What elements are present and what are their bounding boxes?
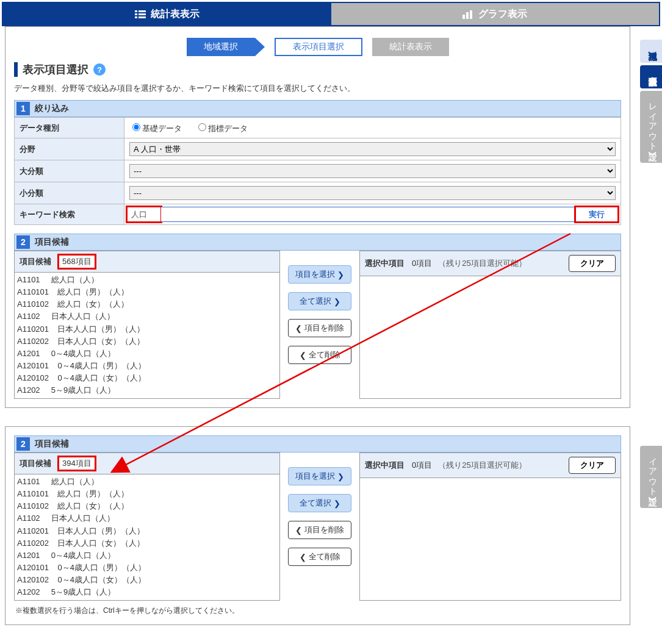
list-item[interactable]: A1201 0～4歳人口（人） (17, 549, 277, 562)
chevron-left-icon: ❮ (649, 76, 657, 82)
keyword-input[interactable] (127, 207, 161, 222)
block-filter: 1 絞り込み データ種別 基礎データ 指標データ 分野 A 人口・世帯 (14, 100, 621, 225)
keyword-input-ext[interactable] (161, 207, 575, 222)
cat2-select[interactable]: --- (129, 186, 616, 200)
tab-graph[interactable]: グラフ表示 (331, 3, 660, 25)
list-item[interactable]: A1102 日本人人口（人） (17, 310, 277, 323)
remove-item-button-2[interactable]: ❮項目を削除 (288, 521, 351, 539)
selected-count-2: 0項目 (412, 460, 432, 471)
chevron-right-icon: ❯ (337, 472, 344, 481)
chevron-right-icon: ❯ (649, 51, 657, 57)
select-all-button[interactable]: 全て選択❯ (288, 292, 351, 310)
chevron-right-icon: ❯ (337, 270, 344, 279)
chevron-left-icon: ❮ (295, 526, 302, 535)
tab-stat-table[interactable]: 統計表表示 (3, 3, 331, 25)
chart-icon (462, 9, 473, 20)
selected-listbox[interactable] (360, 276, 621, 398)
svg-rect-5 (139, 16, 146, 18)
radio-basic[interactable]: 基礎データ (129, 124, 182, 133)
list-item[interactable]: A110202 日本人人口（女）（人） (17, 335, 277, 348)
step-stat[interactable]: 統計表表示 (372, 38, 449, 56)
clear-button-2[interactable]: クリア (569, 457, 616, 474)
panel-result: 2 項目候補 項目候補 394項目 A1101 総人口（人）A110101 総人… (5, 426, 630, 625)
chevron-left-icon: ❮ (300, 351, 306, 360)
dtype-radio-group: 基礎データ 指標データ (129, 124, 259, 133)
list-item[interactable]: A110102 総人口（女）（人） (17, 500, 277, 512)
clear-button[interactable]: クリア (569, 255, 616, 272)
select-item-button-2[interactable]: 項目を選択❯ (288, 467, 351, 485)
list-item[interactable]: A110101 総人口（男）（人） (17, 488, 277, 500)
step-breadcrumb: 地域選択 表示項目選択 統計表表示 (14, 38, 621, 56)
candidates-left: 項目候補 568項目 A1101 総人口（人）A110101 総人口（男）（人）… (14, 251, 280, 399)
svg-rect-1 (139, 10, 146, 12)
block-candidates: 2 項目候補 項目候補 568項目 A1101 総人口（人）A110101 総人… (14, 234, 621, 399)
side-tab-layout-2[interactable]: イアウト設定 ❯ (640, 446, 662, 508)
side-tabs-2: イアウト設定 ❯ (640, 446, 662, 508)
transfer-buttons-2: 項目を選択❯ 全て選択❯ ❮項目を削除 ❮全て削除 (286, 453, 353, 601)
candidates-listbox[interactable]: A1101 総人口（人）A110101 総人口（男）（人）A110102 総人口… (15, 273, 279, 395)
field-label: 分野 (15, 138, 124, 160)
selected-note-2: （残り25項目選択可能） (438, 460, 526, 471)
list-item[interactable]: A110101 総人口（男）（人） (17, 286, 277, 298)
select-item-button[interactable]: 項目を選択❯ (288, 265, 351, 284)
step-region[interactable]: 地域選択 (187, 38, 255, 56)
candidates-listbox-2[interactable]: A1101 総人口（人）A110101 総人口（男）（人）A110102 総人口… (15, 474, 279, 596)
selected-head: 選択中項目 0項目 （残り25項目選択可能） クリア (360, 251, 621, 276)
list-item[interactable]: A1102 日本人人口（人） (17, 512, 277, 524)
list-item[interactable]: A1101 総人口（人） (17, 476, 277, 488)
list-item[interactable]: A110202 日本人人口（女）（人） (17, 537, 277, 549)
list-item[interactable]: A110201 日本人人口（男）（人） (17, 525, 277, 537)
svg-rect-0 (135, 10, 137, 12)
selected-listbox-2[interactable] (360, 478, 621, 600)
cand-count-394: 394項目 (59, 457, 95, 470)
list-item[interactable]: A120101 0～4歳人口（男）（人） (17, 562, 277, 574)
svg-rect-8 (470, 10, 472, 19)
help-icon[interactable]: ? (93, 63, 106, 76)
block-filter-head: 1 絞り込み (14, 100, 621, 117)
remove-item-button[interactable]: ❮項目を削除 (288, 319, 351, 337)
execute-button[interactable]: 実行 (575, 207, 618, 222)
block-num-2b: 2 (16, 437, 30, 451)
list-item[interactable]: A1202 5～9歳人口（人） (17, 586, 277, 596)
select-all-button-2[interactable]: 全て選択❯ (288, 494, 351, 512)
selected-label-2: 選択中項目 (365, 460, 405, 471)
radio-indicator[interactable]: 指標データ (195, 124, 248, 133)
selected-note: （残り25項目選択可能） (438, 258, 526, 269)
list-item[interactable]: A110102 総人口（女）（人） (17, 298, 277, 310)
kw-label: キーワード検索 (15, 204, 124, 225)
side-tab-region[interactable]: 地域選択 ❯ (640, 40, 662, 63)
chevron-left-icon: ❮ (300, 553, 306, 562)
side-tab-layout[interactable]: レイアウト設定 ❯ (640, 91, 662, 163)
block-cand-head-2: 2 項目候補 (14, 435, 621, 453)
selected-right: 選択中項目 0項目 （残り25項目選択可能） クリア (359, 251, 621, 399)
list-item[interactable]: A120102 0～4歳人口（女）（人） (17, 372, 277, 384)
cand-count-568: 568項目 (59, 255, 95, 268)
list-item[interactable]: A1201 0～4歳人口（人） (17, 348, 277, 360)
selected-label: 選択中項目 (365, 258, 405, 269)
field-select[interactable]: A 人口・世帯 (129, 142, 616, 156)
svg-rect-6 (462, 15, 465, 19)
cat2-label: 小分類 (15, 182, 124, 204)
cand-left-head: 項目候補 568項目 (15, 251, 279, 273)
tab-stat-label: 統計表表示 (151, 8, 200, 21)
svg-rect-2 (135, 13, 137, 15)
section-description: データ種別、分野等で絞込み項目を選択するか、キーワード検索にて項目を選択してくだ… (14, 83, 621, 94)
selected-count: 0項目 (412, 258, 432, 269)
side-tabs-1: 地域選択 ❯ 表示項目選択 ❮ レイアウト設定 ❯ (640, 40, 662, 163)
list-item[interactable]: A1202 5～9歳人口（人） (17, 384, 277, 395)
cat1-select[interactable]: --- (129, 164, 616, 178)
selected-head-2: 選択中項目 0項目 （残り25項目選択可能） クリア (360, 453, 621, 478)
title-bar (14, 62, 18, 77)
step-items[interactable]: 表示項目選択 (275, 38, 362, 56)
remove-all-button-2[interactable]: ❮全て削除 (288, 548, 351, 566)
dtype-label: データ種別 (15, 118, 124, 138)
remove-all-button[interactable]: ❮全て削除 (288, 346, 351, 364)
list-item[interactable]: A110201 日本人人口（男）（人） (17, 323, 277, 335)
section-title-row: 表示項目選択 ? (14, 62, 621, 77)
list-item[interactable]: A120101 0～4歳人口（男）（人） (17, 360, 277, 372)
candidates-left-2: 項目候補 394項目 A1101 総人口（人）A110101 総人口（男）（人）… (14, 453, 280, 601)
list-item[interactable]: A120102 0～4歳人口（女）（人） (17, 574, 277, 586)
side-tab-items[interactable]: 表示項目選択 ❮ (640, 65, 662, 88)
list-icon (135, 9, 146, 20)
list-item[interactable]: A1101 総人口（人） (17, 274, 277, 286)
